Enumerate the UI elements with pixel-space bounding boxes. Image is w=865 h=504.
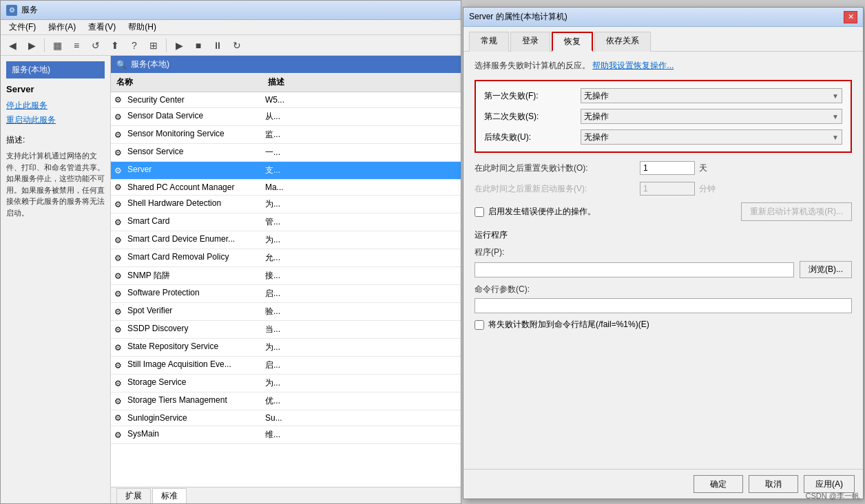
watermark: CSDN @李一帆 <box>806 491 859 501</box>
ok-btn[interactable]: 确定 <box>694 475 743 493</box>
menu-action[interactable]: 操作(A) <box>43 20 81 34</box>
dialog-title-bar: Server 的属性(本地计算机) ✕ <box>463 8 863 27</box>
table-row[interactable]: ⚙ Sensor Monitoring Service 监... <box>111 126 461 144</box>
hint-text-label: 选择服务失败时计算机的反应。 <box>475 61 590 70</box>
dialog-title: Server 的属性(本地计算机) <box>469 11 567 23</box>
reset-count-input[interactable] <box>640 161 695 175</box>
first-failure-select[interactable]: 无操作 ▼ <box>581 88 842 103</box>
first-failure-value: 无操作 <box>584 90 609 102</box>
main-window-title: 服务 <box>21 4 38 16</box>
table-row[interactable]: ⚙ Smart Card 管... <box>111 213 461 231</box>
toolbar-play-btn[interactable]: ▶ <box>170 38 188 53</box>
cancel-btn[interactable]: 取消 <box>749 475 798 493</box>
table-row[interactable]: ⚙ Smart Card Removal Policy 允... <box>111 249 461 267</box>
main-title-bar: ⚙ 服务 <box>1 1 461 20</box>
menu-help[interactable]: 帮助(H) <box>123 20 162 34</box>
cmd-params-label: 命令行参数(C): <box>475 284 852 295</box>
restart-service-link[interactable]: 重启动此服务 <box>6 114 105 126</box>
toolbar-help-btn[interactable]: ? <box>125 38 143 53</box>
table-row[interactable]: ⚙ Sensor Service 一... <box>111 144 461 162</box>
table-row[interactable]: ⚙ Storage Tiers Management 优... <box>111 392 461 410</box>
service-name: SNMP 陷阱 <box>125 269 262 283</box>
program-input[interactable] <box>475 262 794 277</box>
dialog-tab-general[interactable]: 常规 <box>469 32 509 52</box>
dialog-tab-dependencies[interactable]: 依存关系 <box>594 32 651 52</box>
service-icon: ⚙ <box>111 412 125 424</box>
service-icon: ⚙ <box>111 197 125 211</box>
dialog-close-btn[interactable]: ✕ <box>844 11 857 23</box>
left-panel-title: 服务(本地) <box>12 65 50 74</box>
service-name: Smart Card Removal Policy <box>125 251 262 265</box>
table-row[interactable]: ⚙ Security Center W5... <box>111 92 461 108</box>
service-desc: 当... <box>262 322 461 337</box>
toolbar-list-btn[interactable]: ≡ <box>67 38 85 53</box>
table-row[interactable]: ⚙ Shared PC Account Manager Ma... <box>111 180 461 196</box>
service-name: Spot Verifier <box>125 304 262 319</box>
subsequent-failure-select[interactable]: 无操作 ▼ <box>581 129 842 145</box>
table-row[interactable]: ⚙ Shell Hardware Detection 为... <box>111 196 461 213</box>
service-desc: 为... <box>262 340 461 355</box>
table-row[interactable]: ⚙ Spot Verifier 验... <box>111 303 461 321</box>
dialog-tab-login[interactable]: 登录 <box>510 32 550 52</box>
reset-count-label: 在此时间之后重置失败计数(O): <box>475 162 640 174</box>
service-name: Storage Tiers Management <box>125 394 262 408</box>
restart-after-input[interactable] <box>640 182 695 196</box>
menu-view[interactable]: 查看(V) <box>83 20 121 34</box>
menu-bar: 文件(F) 操作(A) 查看(V) 帮助(H) <box>1 20 461 35</box>
table-row[interactable]: ⚙ Smart Card Device Enumer... 为... <box>111 231 461 249</box>
table-row[interactable]: ⚙ SSDP Discovery 当... <box>111 321 461 339</box>
table-row[interactable]: ⚙ Still Image Acquisition Eve... 启... <box>111 357 461 375</box>
service-desc: 启... <box>262 286 461 301</box>
table-row[interactable]: ⚙ Sensor Data Service 从... <box>111 108 461 126</box>
table-row[interactable]: ⚙ SysMain 维... <box>111 426 461 444</box>
toolbar-sep1 <box>44 39 45 52</box>
table-row[interactable]: ⚙ Software Protection 启... <box>111 285 461 303</box>
toolbar-stop-btn[interactable]: ■ <box>189 38 207 53</box>
toolbar-refresh-btn[interactable]: ↺ <box>87 38 105 53</box>
tab-expand[interactable]: 扩展 <box>116 488 151 503</box>
table-row[interactable]: ⚙ Storage Service 为... <box>111 375 461 392</box>
first-failure-arrow: ▼ <box>832 92 839 100</box>
table-row[interactable]: ⚙ SunloginService Su... <box>111 410 461 426</box>
app-icon: ⚙ <box>6 5 17 16</box>
main-window: ⚙ 服务 文件(F) 操作(A) 查看(V) 帮助(H) ◀ ▶ ▦ ≡ ↺ ⬆… <box>0 0 461 504</box>
first-failure-label: 第一次失败(F): <box>484 90 581 102</box>
table-row[interactable]: ⚙ SNMP 陷阱 接... <box>111 267 461 285</box>
program-label: 程序(P): <box>475 246 852 258</box>
services-header-text: 服务(本地) <box>131 59 169 70</box>
toolbar-view-btn[interactable]: ▦ <box>48 38 66 53</box>
stop-service-link[interactable]: 停止此服务 <box>6 100 105 112</box>
restart-computer-btn[interactable]: 重新启动计算机选项(R)... <box>741 202 852 221</box>
service-desc: 允... <box>262 251 461 265</box>
append-fail-checkbox[interactable] <box>475 320 484 330</box>
tab-standard[interactable]: 标准 <box>152 488 187 503</box>
hint-link[interactable]: 帮助我设置恢复操作... <box>592 61 674 70</box>
second-failure-arrow: ▼ <box>832 113 839 120</box>
subsequent-failure-value: 无操作 <box>584 132 609 143</box>
dialog-tab-recovery[interactable]: 恢复 <box>552 32 593 52</box>
table-row[interactable]: ⚙ Server 支... <box>111 162 461 180</box>
menu-file[interactable]: 文件(F) <box>3 20 41 34</box>
toolbar-export-btn[interactable]: ⬆ <box>106 38 124 53</box>
browse-btn[interactable]: 浏览(B)... <box>800 261 852 278</box>
toolbar-pause-btn[interactable]: ⏸ <box>209 38 227 53</box>
table-row[interactable]: ⚙ State Repository Service 为... <box>111 339 461 357</box>
program-section-title: 运行程序 <box>475 229 852 241</box>
service-icon: ⚙ <box>111 163 125 178</box>
col-header-name[interactable]: 名称 <box>111 75 262 90</box>
services-table[interactable]: 名称 描述 ⚙ Security Center W5... ⚙ Sensor D… <box>111 73 461 487</box>
error-stop-row: 启用发生错误便停止的操作。 重新启动计算机选项(R)... <box>475 202 852 221</box>
toolbar-back-btn[interactable]: ◀ <box>3 38 21 53</box>
error-stop-checkbox[interactable] <box>475 207 484 217</box>
service-name: SSDP Discovery <box>125 322 262 337</box>
service-desc: Ma... <box>262 181 461 193</box>
toolbar-properties-btn[interactable]: ⊞ <box>145 38 163 53</box>
cmd-params-input[interactable] <box>475 298 852 313</box>
left-panel-header: 服务(本地) <box>6 61 105 78</box>
col-header-desc[interactable]: 描述 <box>262 75 461 90</box>
second-failure-select[interactable]: 无操作 ▼ <box>581 109 842 124</box>
toolbar-sep2 <box>166 39 167 52</box>
toolbar-restart-btn[interactable]: ↻ <box>228 38 246 53</box>
toolbar-forward-btn[interactable]: ▶ <box>23 38 41 53</box>
restart-after-row: 在此时间之后重新启动服务(V): 分钟 <box>475 182 852 196</box>
